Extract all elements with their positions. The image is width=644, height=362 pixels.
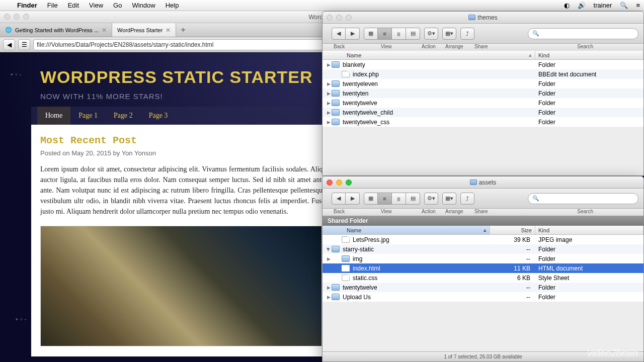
- spotlight-icon[interactable]: 🔍: [616, 2, 632, 9]
- file-kind: Folder: [535, 90, 643, 97]
- toolbar-label: Arrange: [445, 44, 463, 49]
- window-zoom[interactable]: [346, 179, 352, 186]
- file-row[interactable]: index.html11 KBHTML document: [323, 263, 643, 273]
- view-icon-button[interactable]: ▦: [364, 28, 378, 40]
- disclosure-triangle[interactable]: ▶: [326, 91, 332, 96]
- forward-button[interactable]: ▶: [346, 28, 360, 40]
- file-row[interactable]: ▶twentyelevenFolder: [323, 79, 643, 88]
- file-list: ▶blanketyFolderindex.phpBBEdit text docu…: [323, 60, 643, 127]
- share-button[interactable]: ⤴: [460, 193, 474, 205]
- safari-close[interactable]: [4, 14, 10, 20]
- file-row[interactable]: ▶starry-static--Folder: [323, 244, 643, 254]
- menu-go[interactable]: Go: [108, 2, 127, 9]
- file-name: LetsPress.jpg: [352, 236, 490, 243]
- disclosure-triangle[interactable]: ▶: [326, 62, 332, 67]
- view-column-button[interactable]: ⫼: [392, 28, 406, 40]
- forward-button[interactable]: ▶: [346, 193, 360, 205]
- folder-icon: [332, 90, 340, 97]
- action-button[interactable]: ⚙▾: [424, 193, 438, 205]
- disclosure-triangle[interactable]: ▶: [326, 246, 331, 252]
- file-name: twentyeleven: [342, 80, 535, 87]
- reader-button[interactable]: ☰: [18, 39, 30, 50]
- finder-search[interactable]: 🔍: [528, 193, 638, 204]
- file-row[interactable]: ▶twentytwelveFolder: [323, 98, 643, 108]
- view-list-button[interactable]: ≡: [378, 193, 392, 205]
- window-zoom[interactable]: [346, 15, 352, 21]
- menu-help[interactable]: Help: [160, 2, 184, 9]
- tab-close-icon[interactable]: ✕: [166, 27, 171, 34]
- finder-titlebar[interactable]: assets: [323, 176, 643, 189]
- toolbar-label: Back: [334, 209, 345, 214]
- view-cover-button[interactable]: ▤: [406, 193, 420, 205]
- nav-home[interactable]: Home: [37, 107, 70, 125]
- file-kind: Folder: [535, 246, 643, 253]
- action-button[interactable]: ⚙▾: [424, 28, 438, 40]
- file-row[interactable]: ▶Upload Us--Folder: [323, 292, 643, 302]
- disclosure-triangle[interactable]: ▶: [326, 295, 332, 300]
- safari-tab-0[interactable]: 🌐 Getting Started with WordPress ... ✕: [0, 23, 112, 37]
- col-size[interactable]: Size: [490, 226, 535, 234]
- finder-title: themes: [477, 14, 497, 21]
- nav-page1[interactable]: Page 1: [70, 107, 106, 125]
- disclosure-triangle[interactable]: ▶: [326, 120, 332, 125]
- back-button[interactable]: ◀: [332, 193, 346, 205]
- view-icon-button[interactable]: ▦: [364, 193, 378, 205]
- file-kind: Folder: [535, 109, 643, 116]
- window-close[interactable]: [327, 15, 333, 21]
- file-row[interactable]: ▶twentytwelve_childFolder: [323, 108, 643, 117]
- file-row[interactable]: ▶twentytenFolder: [323, 88, 643, 98]
- new-tab-button[interactable]: ＋: [176, 23, 190, 37]
- file-row[interactable]: static.css6 KBStyle Sheet: [323, 273, 643, 283]
- view-column-button[interactable]: ⫼: [392, 193, 406, 205]
- toolbar-label: Back: [334, 44, 345, 49]
- disclosure-triangle[interactable]: ▶: [326, 110, 332, 115]
- window-minimize[interactable]: [336, 179, 342, 186]
- view-list-button[interactable]: ≡: [378, 28, 392, 40]
- share-button[interactable]: ⤴: [460, 28, 474, 40]
- finder-toolbar: ◀ ▶ ▦ ≡ ⫼ ▤ ⚙▾ ▦▾ ⤴ 🔍: [323, 24, 643, 44]
- file-row[interactable]: ▶twentytwelve--Folder: [323, 283, 643, 292]
- arrange-button[interactable]: ▦▾: [442, 193, 456, 205]
- tab-close-icon[interactable]: ✕: [102, 27, 107, 34]
- menu-app[interactable]: Finder: [12, 2, 42, 9]
- status-icon[interactable]: ◐: [560, 2, 574, 9]
- finder-titlebar[interactable]: themes: [323, 12, 643, 24]
- disclosure-triangle[interactable]: ▶: [326, 256, 332, 261]
- menu-edit[interactable]: Edit: [63, 2, 84, 9]
- disclosure-triangle[interactable]: ▶: [326, 285, 332, 290]
- window-minimize[interactable]: [336, 15, 342, 21]
- file-size: 39 KB: [490, 236, 535, 243]
- file-row[interactable]: LetsPress.jpg39 KBJPEG image: [323, 235, 643, 244]
- safari-zoom[interactable]: [23, 14, 29, 20]
- file-name: Upload Us: [342, 294, 490, 301]
- file-row[interactable]: index.phpBBEdit text document: [323, 69, 643, 79]
- window-close[interactable]: [327, 179, 333, 186]
- back-button[interactable]: ◀: [3, 39, 15, 50]
- disclosure-triangle[interactable]: ▶: [326, 81, 332, 86]
- menu-icon[interactable]: ≡: [632, 2, 644, 9]
- menu-view[interactable]: View: [84, 2, 108, 9]
- nav-page3[interactable]: Page 3: [141, 107, 176, 125]
- file-row[interactable]: ▶twentytwelve_cssFolder: [323, 117, 643, 127]
- safari-tab-1[interactable]: WordPress Starter ✕: [112, 23, 176, 37]
- volume-icon[interactable]: 🔊: [574, 2, 590, 9]
- arrange-button[interactable]: ▦▾: [442, 28, 456, 40]
- menubar-user[interactable]: trainer: [590, 2, 616, 9]
- col-kind[interactable]: Kind: [535, 226, 643, 234]
- file-row[interactable]: ▶img--Folder: [323, 254, 643, 263]
- back-button[interactable]: ◀: [332, 28, 346, 40]
- finder-search[interactable]: 🔍: [528, 28, 638, 39]
- menu-file[interactable]: File: [42, 2, 63, 9]
- file-name: twentytwelve: [342, 100, 535, 107]
- file-size: 6 KB: [490, 275, 535, 282]
- menu-window[interactable]: Window: [127, 2, 160, 9]
- col-kind[interactable]: Kind: [535, 51, 643, 59]
- col-name[interactable]: Name▴: [323, 51, 535, 59]
- view-cover-button[interactable]: ▤: [406, 28, 420, 40]
- file-name: starry-static: [342, 246, 490, 253]
- nav-page2[interactable]: Page 2: [106, 107, 141, 125]
- safari-minimize[interactable]: [14, 14, 20, 20]
- disclosure-triangle[interactable]: ▶: [326, 101, 332, 106]
- file-row[interactable]: ▶blanketyFolder: [323, 60, 643, 69]
- col-name[interactable]: Name▴: [323, 226, 490, 234]
